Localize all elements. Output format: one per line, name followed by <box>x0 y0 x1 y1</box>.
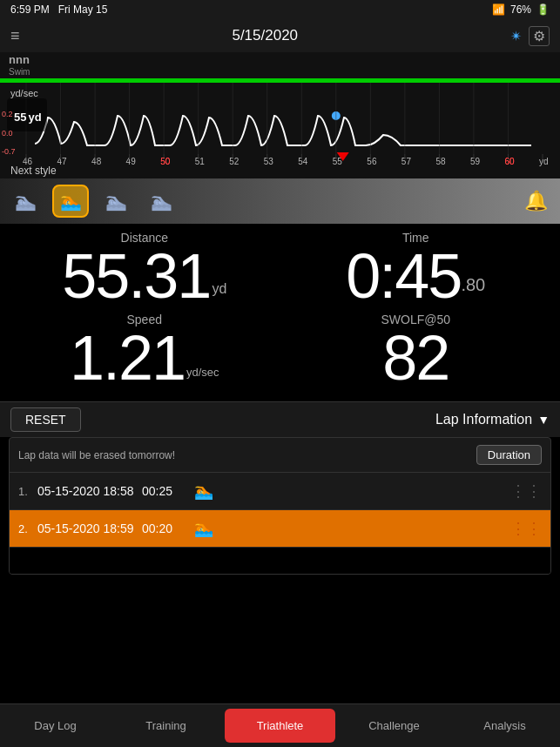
lap-duration-2: 00:20 <box>142 522 186 535</box>
lap-bar-1: ⋮⋮ <box>510 481 542 501</box>
battery-label: 76% <box>510 3 531 16</box>
swolf-value: 82 <box>382 323 449 393</box>
lap-table-header: Lap data will be erased tomorrow! Durati… <box>10 438 550 473</box>
bluetooth-icon: ✴ <box>510 28 522 44</box>
wifi-icon: 📶 <box>492 3 505 16</box>
page-title: 5/15/2020 <box>232 27 298 44</box>
status-time: 6:59 PM <box>10 3 50 16</box>
menu-icon[interactable]: ≡ <box>10 27 20 45</box>
title-bar: ≡ 5/15/2020 ✴ ⚙ <box>0 19 560 52</box>
reset-button[interactable]: RESET <box>10 407 81 432</box>
lap-row[interactable]: 1. 05-15-2020 18:58 00:25 🏊 ⋮⋮ <box>10 473 550 510</box>
speed-unit: yd/sec <box>186 366 219 379</box>
erase-notice: Lap data will be erased tomorrow! <box>18 449 175 461</box>
distance-block: Distance 55.31 yd <box>9 231 280 307</box>
distance-unit: yd <box>212 281 226 297</box>
swolf-block: SWOLF@50 82 <box>280 313 552 389</box>
lap-date-1: 05-15-2020 18:58 <box>37 484 142 498</box>
settings-icon[interactable]: ⚙ <box>529 26 550 46</box>
logo-bar: nnn Swim <box>0 52 560 78</box>
main-stats: Distance 55.31 yd Time 0:45 .80 Speed 1.… <box>0 224 560 398</box>
tab-triathlete[interactable]: Triathlete <box>225 709 335 743</box>
battery-icon: 🔋 <box>536 3 550 16</box>
chart-area: yd/sec 55yd 0.2 0.0 -0.7 Next style <box>0 83 560 178</box>
speed-block: Speed 1.21 yd/sec <box>9 313 280 389</box>
tab-analysis[interactable]: Analysis <box>449 704 560 747</box>
tab-day-log[interactable]: Day Log <box>0 704 111 747</box>
stroke-icon-1[interactable]: 🏊 <box>52 185 89 218</box>
lap-info-label: Lap Information ▼ <box>435 412 550 427</box>
chart-y-axis: 0.2 0.0 -0.7 <box>2 107 16 159</box>
lap-bar-2: ⋮⋮ <box>510 519 542 538</box>
tab-bar: Day Log Training Triathlete Challenge An… <box>0 703 560 747</box>
bell-icon[interactable]: 🔔 <box>524 190 548 212</box>
status-bar: 6:59 PM Fri May 15 📶 76% 🔋 <box>0 0 560 19</box>
lap-number-1: 1. <box>18 485 37 498</box>
lap-duration-1: 00:25 <box>142 484 186 498</box>
stroke-selector: 🏊 🏊 🏊 🏊 🔔 <box>0 178 560 224</box>
distance-value: 55.31 <box>62 245 210 307</box>
lap-row[interactable]: 2. 05-15-2020 18:59 00:20 🏊 ⋮⋮ <box>10 510 550 548</box>
lap-date-2: 05-15-2020 18:59 <box>37 522 142 535</box>
logo-sub: Swim <box>9 67 30 77</box>
speed-value: 1.21 <box>70 326 185 389</box>
lap-stroke-2: 🏊 <box>194 519 213 538</box>
next-style-label: Next style <box>10 165 57 177</box>
chart-y-label: yd/sec <box>10 88 38 98</box>
stroke-icon-0[interactable]: 🏊 <box>7 185 44 218</box>
lap-controls: RESET Lap Information ▼ <box>0 401 560 437</box>
time-block: Time 0:45 .80 <box>280 231 552 307</box>
lap-stroke-1: 🏊 <box>194 481 213 501</box>
chart-canvas <box>0 83 560 178</box>
stroke-icon-2[interactable]: 🏊 <box>98 185 134 218</box>
stroke-icon-3[interactable]: 🏊 <box>143 185 179 218</box>
lap-number-2: 2. <box>18 522 37 535</box>
time-value: 0:45 <box>346 245 461 307</box>
logo-brand: nnn <box>9 54 30 66</box>
triangle-icon: ▼ <box>537 413 550 427</box>
status-date: Fri May 15 <box>58 3 108 16</box>
lap-table: Lap data will be erased tomorrow! Durati… <box>9 437 551 575</box>
duration-button[interactable]: Duration <box>476 445 542 465</box>
time-decimal: .80 <box>461 275 485 295</box>
tab-challenge[interactable]: Challenge <box>339 704 449 747</box>
tab-training[interactable]: Training <box>111 704 221 747</box>
